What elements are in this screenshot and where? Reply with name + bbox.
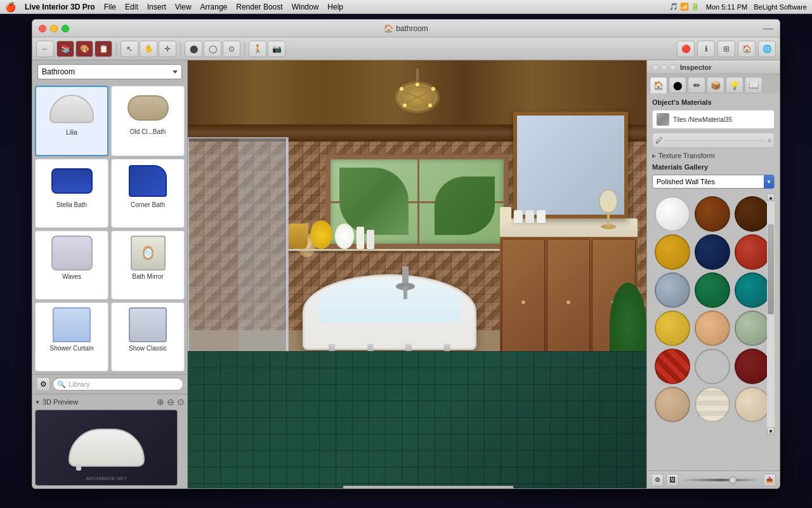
chandelier-stem [416,69,419,81]
cross-tool[interactable]: ✛ [159,41,176,57]
back-button[interactable]: ← [36,41,54,57]
scroll-thumb[interactable] [768,224,774,314]
shower-enclosure [188,137,289,368]
menu-view[interactable]: View [175,3,192,11]
swatch-14[interactable] [735,349,770,384]
render-btn[interactable]: 🔴 [677,41,695,57]
tab-house[interactable]: 🏠 [650,77,667,93]
swatch-10[interactable] [695,311,730,346]
close-button[interactable] [39,25,46,32]
scroll-down-button[interactable]: ▼ [767,427,775,435]
ins-slider[interactable] [681,479,761,481]
show-classic-label: Show Classic [114,345,181,352]
3d-btn[interactable]: 🌐 [758,41,776,57]
item-show-classic[interactable]: Show Classic [111,302,185,371]
menu-render[interactable]: Render Boost [236,3,282,11]
preview-header[interactable]: ▼ 3D Preview ⊕ ⊖ ⊙ [35,397,185,407]
swatch-6[interactable] [655,272,690,308]
window-collapse[interactable]: — [763,23,773,34]
floor-btn[interactable]: ⊞ [717,41,735,57]
swatches-container: ▲ ▼ [652,194,775,435]
show-classic-image [124,305,172,344]
swatch-11[interactable] [735,311,770,346]
menu-help[interactable]: Help [327,3,343,11]
texture-transform-header[interactable]: ▶ Texture Transform [652,152,775,159]
ins-tl-3 [670,64,676,70]
house-btn[interactable]: 🏠 [738,41,756,57]
material-name: Tiles /NewMaterial35 [673,116,732,123]
zoom-in-button[interactable]: ⊕ [157,397,164,407]
swatches-scrollbar[interactable]: ▲ ▼ [767,194,775,435]
item-old-bath[interactable]: Old Cl...Bath [111,86,185,156]
materials-btn[interactable]: 🎨 [75,41,93,57]
search-bar[interactable]: 🔍 Library [53,378,183,391]
swatch-9[interactable] [655,311,690,346]
item-waves[interactable]: Waves [35,231,108,300]
app-name[interactable]: Live Interior 3D Pro [25,3,95,11]
apple-menu[interactable]: 🍎 [5,2,16,12]
swatch-8[interactable] [735,272,770,308]
swatch-12[interactable] [655,349,690,384]
swatch-5[interactable] [735,234,770,270]
circle-outline-tool[interactable]: ◯ [204,41,221,57]
swatch-4[interactable] [695,234,730,270]
item-lilia[interactable]: Lilia [35,86,108,156]
ins-slider-thumb[interactable] [729,476,737,484]
swatch-3[interactable] [655,234,690,270]
menu-edit[interactable]: Edit [125,3,138,11]
swatch-7[interactable] [695,272,730,308]
item-bath-mirror[interactable]: 🪞 Bath Mirror [111,231,185,300]
ins-image-button[interactable]: 🖼 [666,474,679,486]
item-shower-curtain[interactable]: Shower Curtain [35,302,108,371]
old-bath-label: Old Cl...Bath [114,128,181,135]
tub-foot-3 [405,344,412,352]
zoom-fit-button[interactable]: ⊙ [177,397,185,407]
menu-insert[interactable]: Insert [147,3,166,11]
bottom-resize-handle[interactable] [343,486,513,488]
library-btn[interactable]: 📚 [56,41,74,57]
inspector-titlebar: Inspector [647,60,780,74]
settings-button[interactable]: ⚙ [36,377,50,391]
dotted-tool[interactable]: ⊙ [223,41,240,57]
swatch-16[interactable] [695,387,730,422]
tab-light[interactable]: 💡 [726,77,743,93]
person-tool[interactable]: 🚶 [249,41,266,57]
circle-tool[interactable]: ⬤ [185,41,202,57]
yellow-flowers [310,220,332,249]
gallery-dropdown[interactable]: Polished Wall Tiles [652,175,775,189]
old-bath-image [124,89,172,127]
ins-gear-button[interactable]: ⚙ [651,474,664,486]
objects-btn[interactable]: 📋 [95,41,112,57]
swatch-0[interactable] [655,196,690,232]
swatch-17[interactable] [735,387,770,422]
menu-window[interactable]: Window [292,3,319,11]
swatch-13[interactable] [695,349,730,384]
cursor-tool[interactable]: ↖ [121,41,138,57]
bath-mirror-illustration: 🪞 [131,236,166,271]
scroll-up-button[interactable]: ▲ [767,194,775,201]
tab-object[interactable]: 📦 [707,77,724,93]
tab-edit[interactable]: ✏ [688,77,705,93]
hand-tool[interactable]: ✋ [140,41,157,57]
menu-file[interactable]: File [104,3,116,11]
tab-materials[interactable]: ⬤ [669,77,686,93]
material-item[interactable]: Tiles /NewMaterial35 [652,110,775,129]
item-corner-bath[interactable]: Corner Bath [111,159,185,228]
zoom-out-button[interactable]: ⊖ [167,397,174,407]
swatch-2[interactable] [735,196,770,232]
tab-library[interactable]: 📖 [745,77,763,93]
minimize-button[interactable] [50,25,58,32]
camera-tool[interactable]: 📷 [268,41,285,57]
ins-export-button[interactable]: 📤 [763,474,776,486]
menu-arrange[interactable]: Arrange [200,3,228,11]
swatch-1[interactable] [695,196,730,232]
info-btn[interactable]: ℹ [697,41,715,57]
corner-bath-label: Corner Bath [114,201,181,208]
tool-divider [665,140,765,141]
items-grid: Lilia Old Cl...Bath Stella Bath [32,83,187,374]
material-swatch [657,113,669,126]
category-dropdown[interactable]: Bathroom [37,64,182,79]
swatch-15[interactable] [655,387,690,422]
maximize-button[interactable] [62,25,69,32]
item-stella-bath[interactable]: Stella Bath [35,159,108,228]
